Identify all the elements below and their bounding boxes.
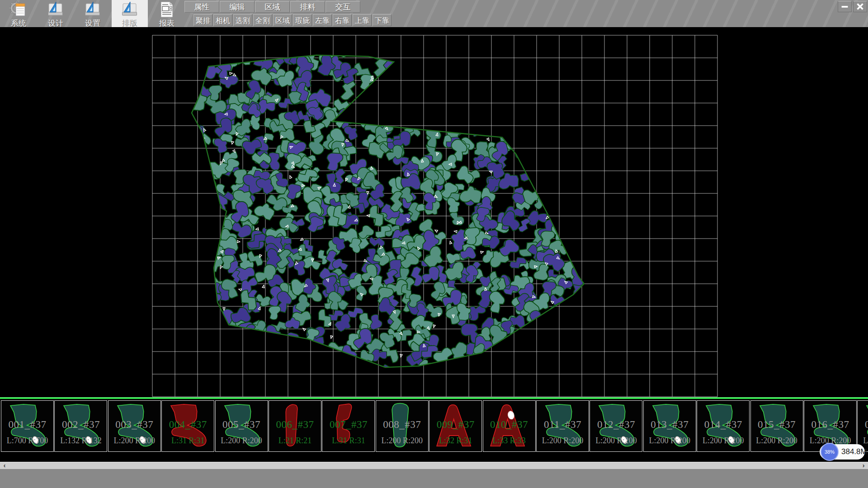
scroll-right-arrow-icon[interactable]: › bbox=[860, 462, 867, 469]
main-button-5-report[interactable]: 报表 bbox=[149, 0, 185, 27]
piece-thumbnail-001_#37[interactable]: 001_#37 L:700 R:700 bbox=[1, 400, 54, 452]
piece-lr-label: L:200 R:200 bbox=[376, 436, 428, 446]
set-square-icon bbox=[48, 2, 63, 15]
piece-name-label: 004_#37 bbox=[162, 419, 214, 431]
tool-button-1[interactable]: 聚排 bbox=[193, 14, 212, 26]
tool-button-6[interactable]: 瑕疵 bbox=[293, 14, 312, 26]
menu-tab-4[interactable]: 排料 bbox=[290, 1, 325, 13]
piece-name-label: 010_#37 bbox=[483, 419, 535, 431]
memory-usage-label: 384.8M bbox=[841, 444, 867, 460]
piece-thumbnail-015_#37[interactable]: 015_#37 L:200 R:200 bbox=[750, 400, 803, 452]
tool-button-7[interactable]: 左靠 bbox=[313, 14, 332, 26]
piece-lr-label: L:31 R:31 bbox=[322, 436, 374, 446]
piece-name-label: 012_#37 bbox=[590, 419, 642, 431]
piece-name-label: 014_#37 bbox=[697, 419, 749, 431]
piece-lr-label: L:21 R:21 bbox=[269, 436, 321, 446]
scroll-left-arrow-icon[interactable]: ‹ bbox=[1, 462, 8, 469]
piece-lr-label: L:31 R:31 bbox=[162, 436, 214, 446]
main-button-3-set-square[interactable]: 设置 bbox=[75, 0, 111, 27]
piece-thumbnail-009_#37[interactable]: 009_#37 L:32 R:31 bbox=[429, 400, 482, 452]
tool-button-4[interactable]: 全割 bbox=[253, 14, 272, 26]
piece-name-label: 008_#37 bbox=[376, 419, 428, 431]
tool-button-2[interactable]: 相机 bbox=[213, 14, 232, 26]
piece-name-label: 001_#37 bbox=[1, 419, 53, 431]
piece-thumbnail-013_#37[interactable]: 013_#37 L:200 R:200 bbox=[643, 400, 696, 452]
tool-button-8[interactable]: 右靠 bbox=[333, 14, 352, 26]
piece-thumbnail-006_#37[interactable]: 006_#37 L:21 R:21 bbox=[269, 400, 321, 452]
piece-lr-label: L:32 R:31 bbox=[429, 436, 481, 446]
piece-thumbnail-004_#37[interactable]: 004_#37 L:31 R:31 bbox=[161, 400, 214, 452]
piece-thumbnail-014_#37[interactable]: 014_#37 L:200 R:200 bbox=[697, 400, 750, 452]
main-button-2-set-square[interactable]: 设计 bbox=[38, 0, 74, 27]
piece-name-label: 009_#37 bbox=[429, 419, 481, 431]
piece-lr-label: L:200 R:200 bbox=[590, 436, 642, 446]
piece-thumbnail-003_#37[interactable]: 003_#37 L:200 R:200 bbox=[108, 400, 161, 452]
piece-thumbnail-002_#37[interactable]: 002_#37 L:132 R:132 bbox=[54, 400, 107, 452]
menu-tab-2[interactable]: 编辑 bbox=[220, 1, 255, 13]
piece-name-label: 006_#37 bbox=[269, 419, 321, 431]
main-button-4-set-square[interactable]: 排版 bbox=[112, 0, 148, 27]
piece-name-label: 013_#37 bbox=[644, 419, 696, 431]
minimize-button[interactable] bbox=[838, 1, 852, 12]
toolbar: 系统 设计 设置 排版 报表 属性编辑区域排料交互 bbox=[0, 0, 868, 28]
piece-thumbnail-008_#37[interactable]: 008_#37 L:200 R:200 bbox=[376, 400, 429, 452]
piece-name-label: 017_#37 bbox=[858, 419, 868, 431]
piece-name-label: 011_#37 bbox=[537, 419, 589, 431]
progress-percent-badge: 38% bbox=[821, 443, 839, 461]
nesting-canvas[interactable] bbox=[0, 27, 868, 397]
piece-thumbnail-strip: 001_#37 L:700 R:700 002_#37 L:132 R:132 … bbox=[0, 399, 868, 462]
piece-name-label: 002_#37 bbox=[55, 419, 107, 431]
document-icon bbox=[16, 4, 25, 16]
menu-tab-3[interactable]: 区域 bbox=[255, 1, 290, 13]
piece-thumbnail-012_#37[interactable]: 012_#37 L:200 R:200 bbox=[590, 400, 642, 452]
report-icon bbox=[161, 2, 173, 17]
piece-lr-label: L:200 R:200 bbox=[216, 436, 268, 446]
app-window: 系统 设计 设置 排版 报表 属性编辑区域排料交互 bbox=[0, 0, 868, 488]
progress-badge: 38% 384.8M bbox=[820, 444, 865, 460]
piece-thumbnail-011_#37[interactable]: 011_#37 L:200 R:200 bbox=[536, 400, 589, 452]
menu-tab-1[interactable]: 属性 bbox=[184, 1, 219, 13]
menu-tab-5[interactable]: 交互 bbox=[326, 1, 360, 13]
piece-lr-label: L:700 R:700 bbox=[1, 436, 53, 446]
piece-thumbnail-007_#37[interactable]: 007_#37 L:31 R:31 bbox=[322, 400, 375, 452]
piece-name-label: 005_#37 bbox=[216, 419, 268, 431]
status-bar bbox=[0, 469, 868, 488]
piece-name-label: 007_#37 bbox=[322, 419, 374, 431]
close-button[interactable] bbox=[853, 1, 867, 12]
main-button-1-gear-doc[interactable]: 系统 bbox=[0, 0, 37, 27]
set-square-icon bbox=[85, 2, 100, 15]
tool-button-9[interactable]: 上靠 bbox=[353, 14, 372, 26]
tool-button-3[interactable]: 选割 bbox=[233, 14, 252, 26]
nested-pieces-layer[interactable] bbox=[165, 28, 609, 389]
piece-lr-label: L:200 R:200 bbox=[537, 436, 589, 446]
piece-name-label: 016_#37 bbox=[804, 419, 856, 431]
horizontal-scrollbar[interactable]: ‹ › bbox=[0, 462, 868, 469]
piece-lr-label: L:33 R:33 bbox=[483, 436, 535, 446]
piece-name-label: 003_#37 bbox=[108, 419, 160, 431]
tool-button-10[interactable]: 下靠 bbox=[373, 14, 392, 26]
set-square-icon bbox=[123, 2, 137, 15]
piece-lr-label: L:200 R:200 bbox=[751, 436, 803, 446]
piece-lr-label: L:200 R:200 bbox=[644, 436, 696, 446]
piece-lr-label: L:132 R:132 bbox=[55, 436, 107, 446]
piece-lr-label: L:200 R:200 bbox=[108, 436, 160, 446]
piece-thumbnail-010_#37[interactable]: 010_#37 L:33 R:33 bbox=[483, 400, 536, 452]
tool-button-5[interactable]: 区域 bbox=[273, 14, 292, 26]
piece-name-label: 015_#37 bbox=[751, 419, 803, 431]
piece-thumbnail-005_#37[interactable]: 005_#37 L:200 R:200 bbox=[215, 400, 268, 452]
piece-lr-label: L:200 R:200 bbox=[697, 436, 749, 446]
